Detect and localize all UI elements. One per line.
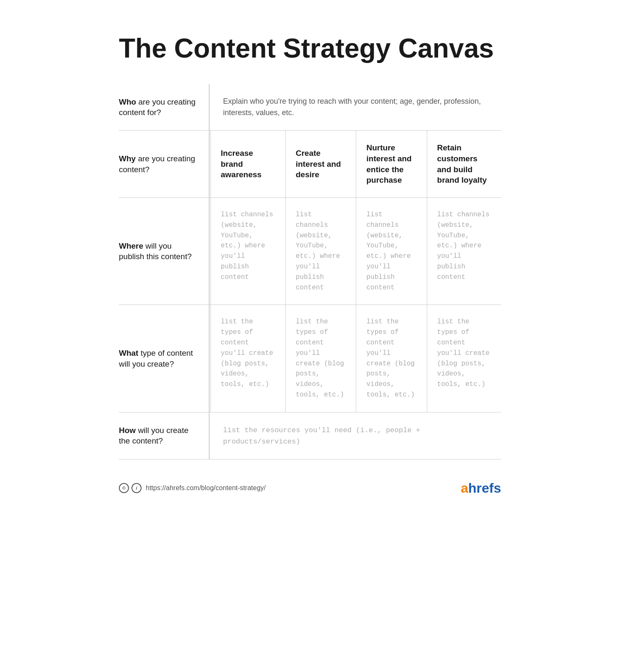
why-col2: Create interest and desire <box>285 131 356 198</box>
where-col4: list channels (website, YouTube, etc.) w… <box>427 197 501 304</box>
what-col3: list the types of content you'll create … <box>356 305 427 412</box>
where-col1: list channels (website, YouTube, etc.) w… <box>210 197 285 304</box>
cc-icon: © <box>119 483 129 493</box>
why-col3: Nurture interest and entice the purchase <box>356 131 427 198</box>
why-bold: Why <box>119 154 136 163</box>
ahrefs-a: a <box>461 480 468 496</box>
page-container: The Content Strategy Canvas Who are you … <box>89 8 531 517</box>
ahrefs-rest: hrefs <box>468 480 501 496</box>
what-col4: list the types of content you'll create … <box>427 305 501 412</box>
where-col3: list channels (website, YouTube, etc.) w… <box>356 197 427 304</box>
info-icon: i <box>131 483 142 493</box>
who-bold: Who <box>119 97 136 106</box>
who-content: Explain who you're trying to reach with … <box>210 84 501 131</box>
what-bold: What <box>119 349 138 357</box>
ahrefs-logo: ahrefs <box>461 480 501 496</box>
where-row: Where will you publish this content? lis… <box>119 197 501 304</box>
where-label: Where will you publish this content? <box>119 197 209 304</box>
what-col2: list the types of content you'll create … <box>285 305 356 412</box>
how-bold: How <box>119 426 136 435</box>
footer-left: © i https://ahrefs.com/blog/content-stra… <box>119 483 265 493</box>
what-label: What type of content will you create? <box>119 305 209 412</box>
why-row: Why are you creating content? Increase b… <box>119 131 501 198</box>
how-row: How will you create the content? list th… <box>119 412 501 459</box>
what-col1: list the types of content you'll create … <box>210 305 285 412</box>
canvas-table: Who are you creating content for? Explai… <box>119 84 501 459</box>
how-placeholder: list the resources you'll need (i.e., pe… <box>223 426 420 446</box>
footer-url: https://ahrefs.com/blog/content-strategy… <box>146 484 265 492</box>
why-col1: Increase brand awareness <box>210 131 285 198</box>
who-row: Who are you creating content for? Explai… <box>119 84 501 131</box>
where-bold: Where <box>119 242 143 250</box>
page-title: The Content Strategy Canvas <box>119 34 501 63</box>
how-label: How will you create the content? <box>119 412 209 459</box>
what-row: What type of content will you create? li… <box>119 305 501 412</box>
footer: © i https://ahrefs.com/blog/content-stra… <box>119 480 501 496</box>
why-col4: Retain customers and build brand loyalty <box>427 131 501 198</box>
how-content: list the resources you'll need (i.e., pe… <box>210 412 501 459</box>
who-label: Who are you creating content for? <box>119 84 209 131</box>
where-col2: list channels (website, YouTube, etc.) w… <box>285 197 356 304</box>
why-label: Why are you creating content? <box>119 131 209 198</box>
footer-icons: © i <box>119 483 142 493</box>
